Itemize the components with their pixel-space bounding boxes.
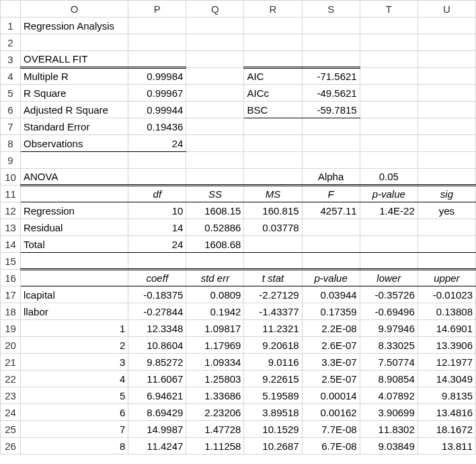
anova-col-header[interactable]: p-value: [360, 186, 418, 202]
cell[interactable]: 9.20618: [244, 337, 302, 354]
coef-row-label[interactable]: lcapital: [21, 286, 128, 303]
cell[interactable]: 10.8604: [128, 337, 186, 354]
row-header[interactable]: 8: [1, 135, 21, 152]
cell[interactable]: 1.47728: [186, 421, 244, 438]
coef-row-label[interactable]: 3: [21, 354, 128, 371]
anova-heading[interactable]: ANOVA: [21, 169, 128, 186]
cell[interactable]: -0.18375: [128, 286, 186, 303]
stat-label[interactable]: Adjusted R Square: [21, 102, 128, 118]
cell[interactable]: 10.1529: [244, 421, 302, 438]
stat-value[interactable]: 0.99967: [128, 85, 186, 102]
cell[interactable]: 11.6067: [128, 371, 186, 387]
cell[interactable]: 0.03778: [244, 219, 302, 236]
cell[interactable]: 13.3906: [418, 337, 475, 354]
stat-label[interactable]: AIC: [244, 68, 302, 85]
cell[interactable]: 4257.11: [302, 202, 360, 219]
cell[interactable]: 1.09817: [186, 320, 244, 337]
cell[interactable]: -2.27129: [244, 286, 302, 303]
cell[interactable]: 7.50774: [360, 354, 418, 371]
stat-label[interactable]: Multiple R: [21, 68, 128, 85]
row-header[interactable]: 1: [1, 17, 21, 34]
col-header[interactable]: U: [418, 1, 475, 17]
row-header[interactable]: 17: [1, 286, 21, 303]
cell[interactable]: 1.25803: [186, 371, 244, 387]
stat-label[interactable]: Standard Error: [21, 118, 128, 135]
cell[interactable]: 14: [128, 219, 186, 236]
row-header[interactable]: 10: [1, 169, 21, 186]
cell[interactable]: -0.01023: [418, 286, 475, 303]
cell[interactable]: 1608.15: [186, 202, 244, 219]
cell[interactable]: 0.13808: [418, 303, 475, 320]
cell[interactable]: 3.89518: [244, 404, 302, 421]
row-header[interactable]: 18: [1, 303, 21, 320]
coef-row-label[interactable]: 6: [21, 404, 128, 421]
row-header[interactable]: 22: [1, 371, 21, 387]
cell[interactable]: 11.4247: [128, 438, 186, 455]
alpha-value[interactable]: 0.05: [360, 169, 418, 186]
cell[interactable]: -0.69496: [360, 303, 418, 320]
row-header[interactable]: 21: [1, 354, 21, 371]
cell[interactable]: 3.90699: [360, 404, 418, 421]
stat-label[interactable]: BSC: [244, 102, 302, 118]
cell[interactable]: 8.33025: [360, 337, 418, 354]
row-header[interactable]: 2: [1, 34, 21, 51]
cell[interactable]: 1.4E-22: [360, 202, 418, 219]
cell[interactable]: 6.94621: [128, 387, 186, 404]
alpha-label[interactable]: Alpha: [302, 169, 360, 186]
coef-col-header[interactable]: p-value: [302, 270, 360, 286]
cell[interactable]: 14.6901: [418, 320, 475, 337]
row-header[interactable]: 20: [1, 337, 21, 354]
anova-row-label[interactable]: Residual: [21, 219, 128, 236]
stat-label[interactable]: AICc: [244, 85, 302, 102]
cell[interactable]: 10: [128, 202, 186, 219]
row-header[interactable]: 19: [1, 320, 21, 337]
cell[interactable]: 9.22615: [244, 371, 302, 387]
cell[interactable]: 10.2687: [244, 438, 302, 455]
row-header[interactable]: 7: [1, 118, 21, 135]
cell[interactable]: 0.17359: [302, 303, 360, 320]
cell[interactable]: 0.00162: [302, 404, 360, 421]
spreadsheet-grid[interactable]: O P Q R S T U 1 Regression Analysis 2 3 …: [0, 0, 476, 455]
cell[interactable]: 1.17969: [186, 337, 244, 354]
cell[interactable]: 11.2321: [244, 320, 302, 337]
coef-col-header[interactable]: std err: [186, 270, 244, 286]
row-header[interactable]: 12: [1, 202, 21, 219]
row-header[interactable]: 6: [1, 102, 21, 118]
anova-col-header[interactable]: MS: [244, 186, 302, 202]
row-header[interactable]: 13: [1, 219, 21, 236]
cell[interactable]: 9.03849: [360, 438, 418, 455]
coef-col-header[interactable]: upper: [418, 270, 475, 286]
stat-value[interactable]: 24: [128, 135, 186, 152]
row-header[interactable]: 3: [1, 51, 21, 68]
coef-col-header[interactable]: t stat: [244, 270, 302, 286]
cell[interactable]: 1.11258: [186, 438, 244, 455]
cell[interactable]: 9.0116: [244, 354, 302, 371]
cell[interactable]: 1.33686: [186, 387, 244, 404]
cell[interactable]: 2.23206: [186, 404, 244, 421]
cell[interactable]: 24: [128, 236, 186, 253]
anova-col-header[interactable]: df: [128, 186, 186, 202]
coef-row-label[interactable]: 1: [21, 320, 128, 337]
stat-value[interactable]: -59.7815: [302, 102, 360, 118]
cell[interactable]: 0.0809: [186, 286, 244, 303]
anova-col-header[interactable]: F: [302, 186, 360, 202]
cell[interactable]: 1608.68: [186, 236, 244, 253]
anova-col-header[interactable]: SS: [186, 186, 244, 202]
cell[interactable]: 4.07892: [360, 387, 418, 404]
stat-value[interactable]: 0.99984: [128, 68, 186, 85]
coef-row-label[interactable]: 2: [21, 337, 128, 354]
cell[interactable]: 7.7E-08: [302, 421, 360, 438]
row-header[interactable]: 25: [1, 421, 21, 438]
cell[interactable]: 13.811: [418, 438, 475, 455]
row-header[interactable]: 4: [1, 68, 21, 85]
row-header[interactable]: 16: [1, 270, 21, 286]
cell[interactable]: 0.52886: [186, 219, 244, 236]
cell[interactable]: 18.1672: [418, 421, 475, 438]
row-header[interactable]: 11: [1, 186, 21, 202]
cell[interactable]: 0.00014: [302, 387, 360, 404]
cell[interactable]: -0.27844: [128, 303, 186, 320]
overall-fit-heading[interactable]: OVERALL FIT: [21, 51, 128, 68]
stat-value[interactable]: -71.5621: [302, 68, 360, 85]
coef-row-label[interactable]: 8: [21, 438, 128, 455]
cell[interactable]: 9.8135: [418, 387, 475, 404]
